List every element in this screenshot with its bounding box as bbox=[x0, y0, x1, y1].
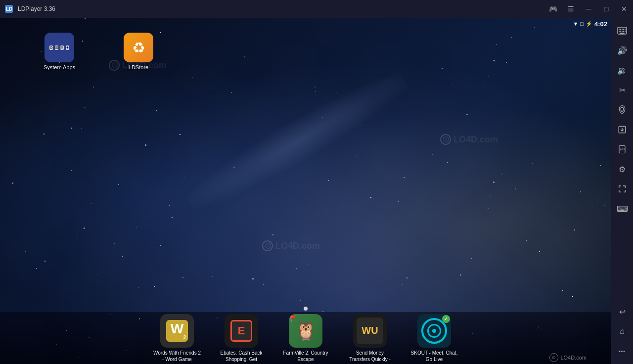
star bbox=[252, 278, 253, 279]
star bbox=[145, 144, 146, 145]
gamepad-icon[interactable]: 🎮 bbox=[544, 0, 562, 18]
wwf-tile: W 2 bbox=[166, 320, 188, 342]
keyboard-bottom-button[interactable]: ⌨ bbox=[613, 200, 631, 218]
close-button[interactable]: ✕ bbox=[615, 0, 633, 18]
import-button[interactable] bbox=[613, 121, 631, 138]
farmville-badge: 🚩 bbox=[290, 315, 297, 322]
sys-mini-4: ✦ bbox=[66, 46, 69, 50]
system-apps-icon-img: ⚙ ☰ ⊞ ✦ bbox=[45, 33, 74, 62]
star bbox=[471, 258, 472, 259]
star bbox=[84, 228, 85, 228]
words-with-friends-app[interactable]: W 2 Words With Friends 2 - Word Game bbox=[152, 314, 202, 363]
star bbox=[506, 62, 507, 63]
sys-mini-3: ⊞ bbox=[60, 46, 64, 50]
star bbox=[154, 286, 155, 287]
watermark-2: ⊙ LO4D.com bbox=[440, 134, 498, 145]
star bbox=[416, 292, 416, 292]
maximize-button[interactable]: □ bbox=[597, 0, 615, 18]
fingerprint-button[interactable] bbox=[613, 101, 631, 119]
star bbox=[515, 188, 516, 189]
star bbox=[466, 114, 467, 115]
star bbox=[445, 297, 446, 297]
star bbox=[12, 182, 13, 183]
more-button[interactable]: ••• bbox=[613, 342, 631, 360]
system-apps-label: System Apps bbox=[44, 64, 75, 70]
menu-button[interactable]: ☰ bbox=[562, 0, 580, 18]
svg-rect-12 bbox=[625, 31, 626, 32]
wu-text: WU bbox=[362, 325, 378, 336]
home-button[interactable]: ⌂ bbox=[613, 322, 631, 340]
title-bar: LD LDPlayer 3.36 🎮 ☰ ─ □ ✕ bbox=[0, 0, 633, 18]
farmville-label: FarmVille 2: Country Escape bbox=[281, 350, 330, 363]
ldstore-label: LDStore bbox=[129, 64, 148, 70]
watermark-circle-3: ⊙ bbox=[262, 240, 273, 251]
ebates-icon: E bbox=[225, 314, 258, 348]
svg-rect-4 bbox=[620, 29, 621, 30]
star bbox=[97, 274, 97, 275]
bottom-wm-circle: ⊙ bbox=[549, 353, 558, 362]
keyboard-top-button[interactable] bbox=[613, 22, 631, 40]
settings-button[interactable]: ⚙ bbox=[613, 160, 631, 178]
skout-app[interactable]: ✓ SKOUT - Meet, Chat, Go Live bbox=[409, 314, 459, 363]
volume-up-button[interactable]: 🔊 bbox=[613, 42, 631, 59]
skout-icon: ✓ bbox=[417, 314, 451, 348]
ebates-inner: E bbox=[230, 320, 252, 342]
star bbox=[65, 161, 66, 161]
send-money-app[interactable]: WU Send Money Transfers Quickly - bbox=[345, 314, 395, 363]
star bbox=[491, 196, 491, 197]
volume-down-button[interactable]: 🔉 bbox=[613, 61, 631, 79]
sys-mini-2: ☰ bbox=[55, 46, 58, 50]
star bbox=[442, 68, 442, 69]
signal-icon: □ bbox=[580, 21, 584, 27]
star bbox=[71, 128, 72, 129]
svg-rect-8 bbox=[619, 31, 620, 32]
wu-icon: WU bbox=[353, 314, 387, 348]
skout-badge: ✓ bbox=[442, 315, 450, 323]
svg-rect-9 bbox=[620, 31, 621, 32]
scissors-button[interactable]: ✂ bbox=[613, 81, 631, 99]
app-logo: LD bbox=[0, 0, 18, 18]
star bbox=[404, 177, 405, 178]
sys-mini-1: ⚙ bbox=[49, 46, 53, 50]
back-button[interactable]: ↩ bbox=[613, 303, 631, 320]
star bbox=[289, 232, 289, 232]
star bbox=[138, 287, 138, 288]
star bbox=[84, 107, 85, 108]
svg-rect-3 bbox=[619, 29, 620, 30]
skout-center-dot bbox=[432, 329, 436, 333]
star bbox=[160, 245, 161, 246]
farmville-icon: 🦉 🚩 bbox=[289, 314, 322, 348]
star bbox=[182, 277, 183, 278]
wifi-icon: ▼ bbox=[573, 21, 578, 27]
svg-rect-10 bbox=[622, 31, 623, 32]
star bbox=[93, 87, 94, 88]
ebates-app[interactable]: E Ebates: Cash Back Shopping. Get bbox=[217, 314, 266, 363]
ldstore-icon[interactable]: ♻ LDStore bbox=[119, 33, 158, 70]
watermark-text-2: LO4D.com bbox=[453, 135, 498, 145]
minimize-button[interactable]: ─ bbox=[580, 0, 597, 18]
svg-rect-13 bbox=[620, 33, 625, 34]
star bbox=[398, 201, 399, 202]
svg-rect-5 bbox=[622, 29, 623, 30]
star bbox=[170, 277, 170, 278]
bottom-wm-text: LO4D.com bbox=[560, 355, 587, 361]
star bbox=[160, 32, 161, 33]
star bbox=[610, 286, 610, 287]
star bbox=[192, 77, 193, 78]
star bbox=[493, 182, 494, 182]
system-apps-icon[interactable]: ⚙ ☰ ⊞ ✦ System Apps bbox=[40, 33, 79, 70]
star bbox=[501, 174, 502, 175]
watermark-text-3: LO4D.com bbox=[275, 241, 320, 251]
star bbox=[307, 265, 308, 265]
apk-button[interactable]: APK bbox=[613, 140, 631, 158]
farmville-character: 🦉 bbox=[295, 320, 317, 341]
battery-icon: ⚡ bbox=[586, 21, 592, 27]
star bbox=[382, 300, 382, 300]
star bbox=[296, 268, 297, 269]
expand-button[interactable] bbox=[613, 180, 631, 198]
star bbox=[604, 205, 605, 206]
farmville-app[interactable]: 🦉 🚩 FarmVille 2: Country Escape bbox=[281, 314, 330, 363]
desktop-icons-area: ⚙ ☰ ⊞ ✦ System Apps ♻ LDStore bbox=[40, 33, 158, 70]
wwf-subscript: 2 bbox=[183, 335, 186, 340]
star bbox=[432, 154, 433, 155]
